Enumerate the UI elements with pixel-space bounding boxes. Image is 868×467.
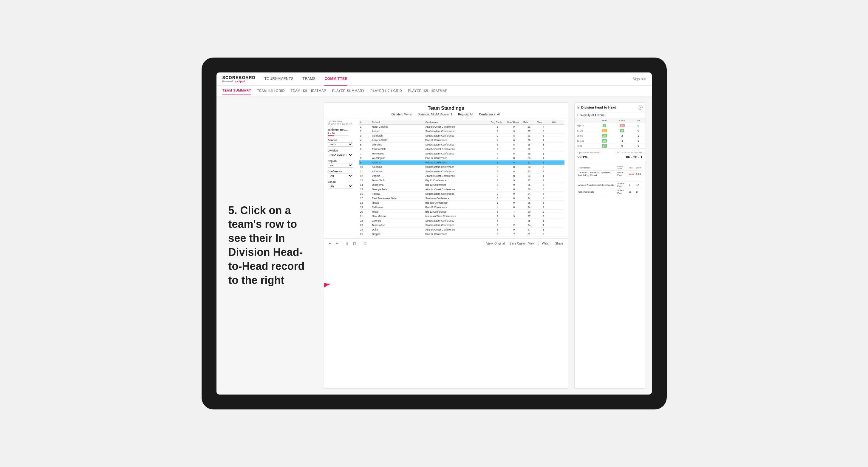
undo-button[interactable]: ↩ [328,241,333,246]
sign-out-button[interactable]: Sign out [628,77,646,81]
filter-division[interactable]: Division NCAA Division I [328,149,353,157]
sub-nav-team-h2h-heatmap[interactable]: TEAM H2H HEATMAP [291,87,326,95]
cell-win [551,169,564,174]
cell-conference: Pac-12 Conference [424,205,490,210]
nav-tournaments[interactable]: TOURNAMENTS [265,72,294,86]
table-row[interactable]: 15 Georgia Tech Atlantic Coast Conferenc… [359,187,564,192]
table-row[interactable]: 2 Auburn Southeastern Conference 1 9 27 … [359,129,564,134]
cell-win [551,187,564,192]
tournament-row-3[interactable]: Cabo Collegiate Stroke Play 11 17 [578,188,643,195]
table-row[interactable]: 5 Ole Miss Southeastern Conference 3 6 1… [359,143,564,147]
toolbar-sep-2 [360,241,360,246]
paste-button[interactable]: 📋 [351,241,358,246]
table-row[interactable]: 10 Alabama Southeastern Conference 5 8 2… [359,165,564,169]
cell-rank: 15 [359,187,371,192]
bottom-toolbar: ↩ ↪ ⧉ 📋 ⏱ View: Original Save Custom Vie… [324,239,568,248]
table-row[interactable]: 14 Oklahoma Big 12 Conference 3 9 26 2 [359,183,564,187]
nav-committee[interactable]: COMMITTEE [324,72,347,86]
cell-conf-rank: 8 [506,205,522,210]
sub-nav-player-h2h-grid[interactable]: PLAYER H2H GRID [371,87,402,95]
cell-rank: 18 [359,201,371,205]
conference-select[interactable]: (All) [328,174,353,178]
cell-conf-rank: 9 [506,214,522,219]
cell-win [551,232,564,237]
filter-region[interactable]: Region N/A [328,160,353,167]
h2h-range-top10: Top 10 [575,123,596,128]
cell-conference: Southeastern Conference [424,152,490,156]
table-row[interactable]: 17 East Tennessee State Southern Confere… [359,196,564,201]
table-row[interactable]: 19 California Pac-12 Conference 4 8 24 2 [359,205,564,210]
h2h-loss-11-25: 8 [613,128,631,133]
cell-conference: Southeastern Conference [424,165,490,169]
region-select[interactable]: N/A [328,163,353,167]
cell-conference: Pac-12 Conference [424,160,490,165]
save-custom-button[interactable]: Save Custom View [508,241,536,246]
cell-school: Texas Tech [371,178,424,183]
table-row[interactable]: 8 Washington Pac-12 Conference 2 8 23 1 [359,156,564,160]
cell-win [551,138,564,143]
col-win: Win [551,120,564,125]
redo-button[interactable]: ↪ [335,241,340,246]
school-select[interactable]: (All) [328,184,353,188]
division-select[interactable]: NCAA Division I [328,153,353,157]
filter-gender[interactable]: Gender Men's [328,139,353,147]
cell-tour: 2 [536,178,551,183]
sub-nav-player-h2h-heatmap[interactable]: PLAYER H2H HEATMAP [408,87,447,95]
table-row[interactable]: 4 Arizona State Pac-12 Conference 4 6 26… [359,138,564,143]
table-row[interactable]: 18 Illinois Big Ten Conference 1 9 25 3 [359,201,564,205]
cell-win [551,134,564,138]
h2h-stats: Opponents in division: W-L-T record in-d… [575,149,646,163]
cell-conference: Atlantic Coast Conference [424,125,490,129]
cell-win [551,214,564,219]
t-col-tournament: Tournament [578,165,617,170]
tournament-row-1[interactable]: Jackson T. Stephens Cup Men's Match-Play… [578,170,643,178]
cell-reg-rank: 9 [490,223,506,227]
table-row[interactable]: 22 Georgia Southeastern Conference 8 7 2… [359,219,564,223]
h2h-tie-11-25: 0 [631,128,646,133]
h2h-opponents-row: Opponents in division: W-L-T record in-d… [578,151,643,154]
table-row[interactable]: 6 Florida State Atlantic Coast Conferenc… [359,147,564,152]
table-row[interactable]: 24 Duke Atlantic Coast Conference 5 9 27… [359,227,564,232]
t-pos-2: 1 [628,182,635,188]
sub-nav-team-summary[interactable]: TEAM SUMMARY [222,86,251,95]
h2h-values-row: 99.1% 86 - 26 - 1 [578,155,643,159]
filter-school[interactable]: School (All) [328,180,353,188]
cell-rds: 23 [522,165,536,169]
table-row[interactable]: 11 Arkansas Southeastern Conference 6 8 … [359,169,564,174]
filter-conference[interactable]: Conference (All) [328,170,353,178]
cell-rank: 13 [359,178,371,183]
col-conference: Conference [424,120,490,125]
cell-win [551,196,564,201]
h2h-opponents-label: Opponents in division: [578,151,601,154]
cell-conference: Big 12 Conference [424,183,490,187]
copy-button[interactable]: ⧉ [345,241,349,246]
table-row[interactable]: 23 Texas A&M Southeastern Conference 9 1… [359,223,564,227]
table-row[interactable]: 21 New Mexico Mountain West Conference 1… [359,214,564,219]
table-row[interactable]: 16 Florida Southeastern Conference 7 9 2… [359,192,564,196]
table-row[interactable]: 7 Tennessee Southeastern Conference 4 6 … [359,152,564,156]
gender-select[interactable]: Men's [328,142,353,147]
clock-button[interactable]: ⏱ [363,241,368,246]
table-row[interactable]: 20 Texas Big 12 Conference 3 7 20 2 [359,210,564,214]
table-row[interactable]: 1 North Carolina Atlantic Coast Conferen… [359,125,564,129]
table-row[interactable]: 12 Virginia Atlantic Coast Conference 3 … [359,174,564,178]
h2h-col-range [575,118,596,123]
sub-nav-team-h2h-grid[interactable]: TEAM H2H GRID [257,87,285,95]
table-row[interactable]: 9 Arizona Pac-12 Conference 5 8 23 3 [359,160,564,165]
share-button[interactable]: Share [554,241,564,246]
h2h-col-win: Win [596,118,613,123]
view-original-button[interactable]: View: Original [485,241,506,246]
h2h-close-button[interactable]: ✕ [638,105,643,110]
h2h-col-loss: Loss [613,118,631,123]
cell-conference: Pac-12 Conference [424,156,490,160]
tournament-row-2[interactable]: Arizona Thunderbirds Intercollegiate Str… [578,182,643,188]
watch-button[interactable]: Watch [541,241,552,246]
standings-panel: Team Standings Gender: Men's Division: N… [324,102,568,388]
table-row[interactable]: 3 Vanderbilt Southeastern Conference 2 8… [359,134,564,138]
nav-teams[interactable]: TEAMS [303,72,316,86]
sub-nav-player-summary[interactable]: PLAYER SUMMARY [332,87,365,95]
cell-tour: 1 [536,152,551,156]
toolbar-sep-3 [538,241,538,246]
table-row[interactable]: 13 Texas Tech Big 12 Conference 1 9 27 2 [359,178,564,183]
table-row[interactable]: 25 Oregon Pac-12 Conference 5 7 21 0 [359,232,564,237]
